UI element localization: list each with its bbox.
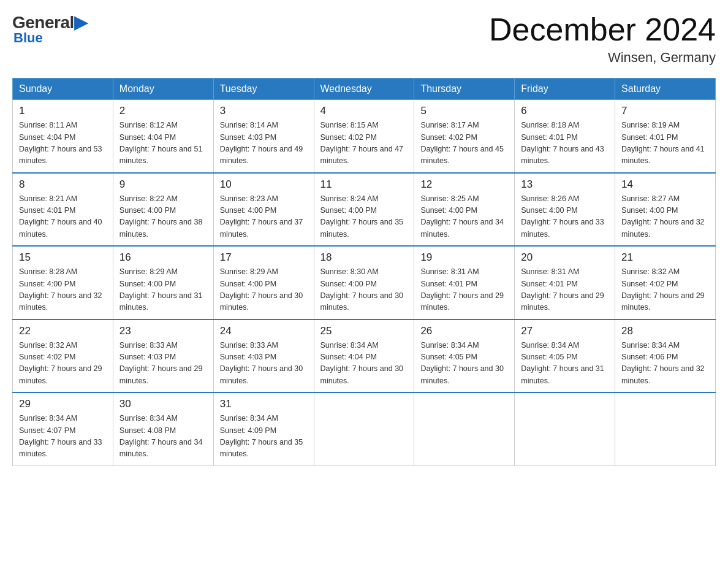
calendar-cell: 29 Sunrise: 8:34 AMSunset: 4:07 PMDaylig… xyxy=(13,393,113,465)
calendar-cell xyxy=(314,393,414,465)
day-info: Sunrise: 8:18 AMSunset: 4:01 PMDaylight:… xyxy=(521,120,609,167)
day-number: 22 xyxy=(19,325,107,337)
calendar-cell: 31 Sunrise: 8:34 AMSunset: 4:09 PMDaylig… xyxy=(213,393,314,465)
day-info: Sunrise: 8:17 AMSunset: 4:02 PMDaylight:… xyxy=(420,120,508,167)
calendar-cell: 6 Sunrise: 8:18 AMSunset: 4:01 PMDayligh… xyxy=(515,100,615,173)
calendar-week-row: 1 Sunrise: 8:11 AMSunset: 4:04 PMDayligh… xyxy=(13,100,716,173)
day-number: 24 xyxy=(220,325,308,337)
calendar-cell: 8 Sunrise: 8:21 AMSunset: 4:01 PMDayligh… xyxy=(13,173,113,247)
calendar-cell: 21 Sunrise: 8:32 AMSunset: 4:02 PMDaylig… xyxy=(615,246,716,320)
calendar-cell xyxy=(414,393,515,465)
day-number: 12 xyxy=(420,178,508,191)
day-info: Sunrise: 8:33 AMSunset: 4:03 PMDaylight:… xyxy=(220,340,308,388)
day-number: 13 xyxy=(521,178,609,191)
calendar-cell: 3 Sunrise: 8:14 AMSunset: 4:03 PMDayligh… xyxy=(213,100,314,173)
calendar-header-row: SundayMondayTuesdayWednesdayThursdayFrid… xyxy=(13,79,716,100)
day-number: 7 xyxy=(621,105,709,117)
day-info: Sunrise: 8:22 AMSunset: 4:00 PMDaylight:… xyxy=(119,193,207,241)
calendar-header-friday: Friday xyxy=(515,79,615,100)
calendar-cell: 16 Sunrise: 8:29 AMSunset: 4:00 PMDaylig… xyxy=(113,246,213,320)
day-info: Sunrise: 8:32 AMSunset: 4:02 PMDaylight:… xyxy=(19,340,107,388)
calendar-header-wednesday: Wednesday xyxy=(314,79,414,100)
calendar-cell: 15 Sunrise: 8:28 AMSunset: 4:00 PMDaylig… xyxy=(13,246,113,320)
day-number: 5 xyxy=(420,105,508,117)
day-number: 9 xyxy=(119,178,207,191)
day-number: 31 xyxy=(220,398,308,410)
day-number: 23 xyxy=(119,325,207,337)
page-subtitle: Winsen, Germany xyxy=(489,50,716,66)
day-info: Sunrise: 8:23 AMSunset: 4:00 PMDaylight:… xyxy=(220,193,308,241)
calendar-cell: 12 Sunrise: 8:25 AMSunset: 4:00 PMDaylig… xyxy=(414,173,515,247)
calendar-header-thursday: Thursday xyxy=(414,79,515,100)
day-number: 16 xyxy=(119,251,207,264)
day-number: 6 xyxy=(521,105,609,117)
calendar-cell: 4 Sunrise: 8:15 AMSunset: 4:02 PMDayligh… xyxy=(314,100,414,173)
calendar-header-tuesday: Tuesday xyxy=(213,79,314,100)
day-info: Sunrise: 8:34 AMSunset: 4:08 PMDaylight:… xyxy=(119,413,207,461)
day-info: Sunrise: 8:14 AMSunset: 4:03 PMDaylight:… xyxy=(220,120,308,167)
calendar-week-row: 15 Sunrise: 8:28 AMSunset: 4:00 PMDaylig… xyxy=(13,246,716,320)
calendar-cell: 18 Sunrise: 8:30 AMSunset: 4:00 PMDaylig… xyxy=(314,246,414,320)
day-number: 14 xyxy=(621,178,709,191)
day-number: 10 xyxy=(220,178,308,191)
day-info: Sunrise: 8:11 AMSunset: 4:04 PMDaylight:… xyxy=(19,120,107,167)
calendar-cell: 1 Sunrise: 8:11 AMSunset: 4:04 PMDayligh… xyxy=(13,100,113,173)
day-number: 1 xyxy=(19,105,107,117)
calendar-cell: 19 Sunrise: 8:31 AMSunset: 4:01 PMDaylig… xyxy=(414,246,515,320)
day-number: 28 xyxy=(621,325,709,337)
day-info: Sunrise: 8:31 AMSunset: 4:01 PMDaylight:… xyxy=(420,266,508,314)
calendar-cell: 28 Sunrise: 8:34 AMSunset: 4:06 PMDaylig… xyxy=(615,320,716,393)
calendar-cell: 10 Sunrise: 8:23 AMSunset: 4:00 PMDaylig… xyxy=(213,173,314,247)
day-number: 20 xyxy=(521,251,609,264)
day-info: Sunrise: 8:27 AMSunset: 4:00 PMDaylight:… xyxy=(621,193,709,241)
day-info: Sunrise: 8:34 AMSunset: 4:09 PMDaylight:… xyxy=(220,413,308,461)
calendar-cell: 7 Sunrise: 8:19 AMSunset: 4:01 PMDayligh… xyxy=(615,100,716,173)
day-info: Sunrise: 8:29 AMSunset: 4:00 PMDaylight:… xyxy=(119,266,207,314)
day-number: 25 xyxy=(320,325,408,337)
calendar-cell: 25 Sunrise: 8:34 AMSunset: 4:04 PMDaylig… xyxy=(314,320,414,393)
day-info: Sunrise: 8:15 AMSunset: 4:02 PMDaylight:… xyxy=(320,120,408,167)
calendar-cell: 23 Sunrise: 8:33 AMSunset: 4:03 PMDaylig… xyxy=(113,320,213,393)
page-title: December 2024 xyxy=(489,12,716,47)
day-number: 4 xyxy=(320,105,408,117)
day-info: Sunrise: 8:34 AMSunset: 4:06 PMDaylight:… xyxy=(621,340,709,388)
day-info: Sunrise: 8:19 AMSunset: 4:01 PMDaylight:… xyxy=(621,120,709,167)
day-info: Sunrise: 8:34 AMSunset: 4:05 PMDaylight:… xyxy=(420,340,508,388)
calendar-cell: 20 Sunrise: 8:31 AMSunset: 4:01 PMDaylig… xyxy=(515,246,615,320)
day-info: Sunrise: 8:25 AMSunset: 4:00 PMDaylight:… xyxy=(420,193,508,241)
day-number: 11 xyxy=(320,178,408,191)
day-info: Sunrise: 8:26 AMSunset: 4:00 PMDaylight:… xyxy=(521,193,609,241)
calendar-cell: 27 Sunrise: 8:34 AMSunset: 4:05 PMDaylig… xyxy=(515,320,615,393)
day-info: Sunrise: 8:30 AMSunset: 4:00 PMDaylight:… xyxy=(320,266,408,314)
day-info: Sunrise: 8:31 AMSunset: 4:01 PMDaylight:… xyxy=(521,266,609,314)
day-number: 26 xyxy=(420,325,508,337)
day-number: 3 xyxy=(220,105,308,117)
calendar-cell xyxy=(515,393,615,465)
calendar-week-row: 8 Sunrise: 8:21 AMSunset: 4:01 PMDayligh… xyxy=(13,173,716,247)
calendar-week-row: 29 Sunrise: 8:34 AMSunset: 4:07 PMDaylig… xyxy=(13,393,716,465)
title-block: December 2024 Winsen, Germany xyxy=(489,12,716,66)
day-info: Sunrise: 8:21 AMSunset: 4:01 PMDaylight:… xyxy=(19,193,107,241)
day-number: 8 xyxy=(19,178,107,191)
day-info: Sunrise: 8:32 AMSunset: 4:02 PMDaylight:… xyxy=(621,266,709,314)
day-number: 27 xyxy=(521,325,609,337)
day-info: Sunrise: 8:12 AMSunset: 4:04 PMDaylight:… xyxy=(119,120,207,167)
day-number: 29 xyxy=(19,398,107,410)
day-number: 18 xyxy=(320,251,408,264)
day-info: Sunrise: 8:24 AMSunset: 4:00 PMDaylight:… xyxy=(320,193,408,241)
day-info: Sunrise: 8:33 AMSunset: 4:03 PMDaylight:… xyxy=(119,340,207,388)
calendar-cell: 2 Sunrise: 8:12 AMSunset: 4:04 PMDayligh… xyxy=(113,100,213,173)
calendar-table: SundayMondayTuesdayWednesdayThursdayFrid… xyxy=(12,78,716,466)
calendar-cell xyxy=(615,393,716,465)
calendar-header-monday: Monday xyxy=(113,79,213,100)
day-number: 2 xyxy=(119,105,207,117)
calendar-header-saturday: Saturday xyxy=(615,79,716,100)
calendar-cell: 11 Sunrise: 8:24 AMSunset: 4:00 PMDaylig… xyxy=(314,173,414,247)
calendar-cell: 30 Sunrise: 8:34 AMSunset: 4:08 PMDaylig… xyxy=(113,393,213,465)
calendar-cell: 5 Sunrise: 8:17 AMSunset: 4:02 PMDayligh… xyxy=(414,100,515,173)
calendar-cell: 26 Sunrise: 8:34 AMSunset: 4:05 PMDaylig… xyxy=(414,320,515,393)
logo: General▶ Blue xyxy=(12,12,87,46)
logo-blue-text: Blue xyxy=(13,30,43,46)
calendar-cell: 14 Sunrise: 8:27 AMSunset: 4:00 PMDaylig… xyxy=(615,173,716,247)
day-number: 17 xyxy=(220,251,308,264)
